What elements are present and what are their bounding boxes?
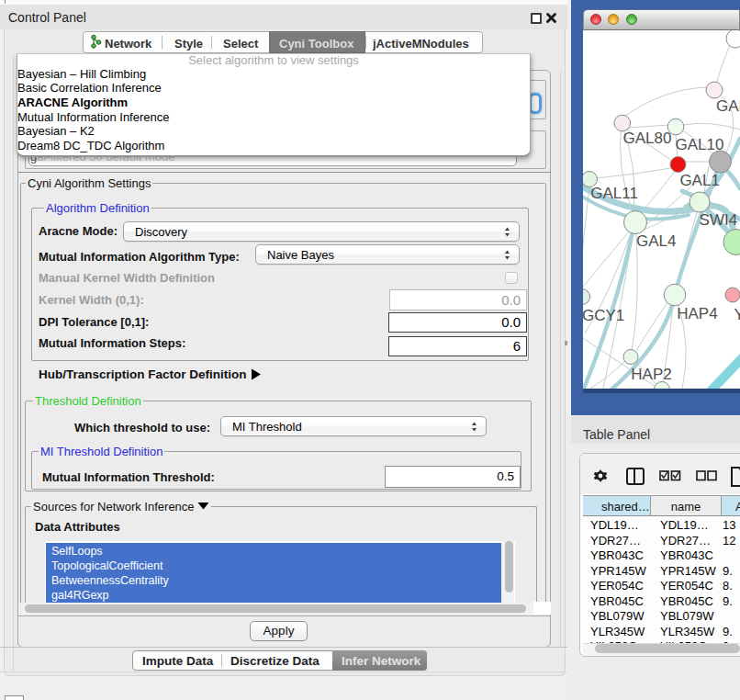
svg-text:HAP2: HAP2 [631, 366, 671, 383]
svg-text:GAL4: GAL4 [636, 232, 676, 250]
svg-text:GAL80: GAL80 [623, 130, 672, 147]
svg-text:GAL11: GAL11 [590, 185, 638, 202]
svg-text:HAP4: HAP4 [677, 305, 717, 322]
svg-text:SWI4: SWI4 [700, 211, 738, 229]
svg-text:GAL7: GAL7 [716, 97, 740, 115]
svg-text:GAL10: GAL10 [676, 136, 724, 153]
svg-text:GCY1: GCY1 [583, 307, 624, 324]
svg-text:Y: Y [734, 306, 740, 323]
svg-text:GAL1: GAL1 [679, 172, 719, 189]
